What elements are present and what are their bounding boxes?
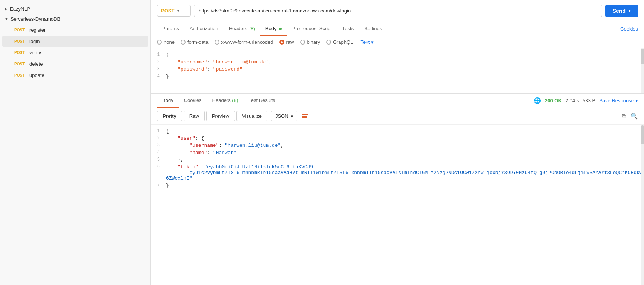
radio-formdata[interactable]: form-data xyxy=(181,39,209,45)
radio-graphql[interactable]: GraphQL xyxy=(326,39,353,45)
tab-body[interactable]: Body xyxy=(260,22,287,36)
tab-prerequest[interactable]: Pre-request Script xyxy=(287,22,337,36)
resp-line-5: 5 }, xyxy=(151,156,644,163)
scrollbar-thumb xyxy=(641,125,644,144)
format-btn-preview[interactable]: Preview xyxy=(206,111,235,121)
radio-label: x-www-form-urlencoded xyxy=(221,39,273,45)
response-tab-cookies[interactable]: Cookies xyxy=(179,94,207,108)
copy-icon[interactable]: ⧉ xyxy=(622,113,626,120)
radio-circle xyxy=(215,40,219,45)
resp-code: "user": { xyxy=(166,136,204,141)
send-button[interactable]: Send ▾ xyxy=(605,5,638,17)
tab-label: Headers xyxy=(212,97,231,103)
radio-binary[interactable]: binary xyxy=(300,39,320,45)
response-section: Body Cookies Headers (8) Test Results 🌐 … xyxy=(151,94,644,285)
tab-params[interactable]: Params xyxy=(157,22,184,36)
tab-headers[interactable]: Headers (8) xyxy=(224,22,260,36)
sidebar-item-register[interactable]: POST register xyxy=(2,25,148,35)
response-size: 583 B xyxy=(583,98,595,103)
search-icon[interactable]: 🔍 xyxy=(630,112,638,120)
resp-line-1: 1 { xyxy=(151,128,644,135)
sidebar-group-eazynlp[interactable]: ▶ EazyNLP xyxy=(0,4,150,14)
sidebar-item-label: delete xyxy=(29,61,43,67)
sidebar-item-verify[interactable]: POST verify xyxy=(2,47,148,58)
radio-label: form-data xyxy=(187,39,209,45)
globe-icon: 🌐 xyxy=(534,97,541,104)
tab-label: Tests xyxy=(342,26,354,31)
url-input[interactable] xyxy=(194,5,602,17)
scrollbar-track xyxy=(641,48,644,93)
json-type-selector[interactable]: JSON ▾ xyxy=(271,111,297,121)
method-badge-post: POST xyxy=(14,73,26,77)
tab-label: Body xyxy=(162,97,173,103)
tab-authorization[interactable]: Authorization xyxy=(184,22,224,36)
url-bar: POST ▾ Send ▾ xyxy=(151,0,644,22)
cookies-link[interactable]: Cookies xyxy=(620,22,638,35)
radio-label: raw xyxy=(286,39,294,45)
text-format-dropdown[interactable]: Text ▾ xyxy=(360,39,374,45)
tab-label: Settings xyxy=(364,26,382,31)
wrap-lines-button[interactable] xyxy=(301,113,309,119)
code-text: "password": "password" xyxy=(166,66,242,72)
line-number: 6 xyxy=(151,164,166,169)
response-tab-headers[interactable]: Headers (8) xyxy=(207,94,244,108)
radio-urlencoded[interactable]: x-www-form-urlencoded xyxy=(215,39,273,45)
tab-label: Headers xyxy=(229,26,247,31)
format-row: Pretty Raw Preview Visualize JSON ▾ ⧉ 🔍 xyxy=(151,108,644,125)
tab-tests[interactable]: Tests xyxy=(337,22,359,36)
sidebar-item-login[interactable]: POST login xyxy=(2,36,148,47)
sidebar-item-delete[interactable]: POST delete xyxy=(2,59,148,69)
radio-circle xyxy=(300,40,305,45)
save-response-arrow: ▾ xyxy=(635,98,638,103)
response-tab-test-results[interactable]: Test Results xyxy=(243,94,281,108)
code-line-2: 2 "username": "hanwen.liu@tum.de", xyxy=(151,59,644,66)
resp-line-4: 4 "name": "Hanwen" xyxy=(151,149,644,156)
sidebar-item-label: update xyxy=(29,72,44,78)
code-text: { xyxy=(166,52,169,58)
headers-badge: (8) xyxy=(248,26,255,31)
code-text: } xyxy=(166,74,169,79)
line-number: 3 xyxy=(151,143,166,148)
line-number: 7 xyxy=(151,183,166,188)
format-btn-pretty[interactable]: Pretty xyxy=(157,111,182,121)
scrollbar-thumb xyxy=(641,49,644,64)
chevron-down-icon: ▼ xyxy=(5,17,8,21)
json-dropdown-arrow: ▾ xyxy=(291,113,293,119)
resp-line-3: 3 "username": "hanwen.liu@tum.de", xyxy=(151,142,644,149)
headers-badge: (8) xyxy=(231,97,238,103)
line-number: 4 xyxy=(151,74,166,79)
radio-none[interactable]: none xyxy=(157,39,175,45)
sidebar-group-label: EazyNLP xyxy=(10,6,30,12)
resp-line-7: 7 } xyxy=(151,182,644,189)
response-tabs: Body Cookies Headers (8) Test Results 🌐 … xyxy=(151,94,644,108)
radio-circle xyxy=(157,40,162,45)
tab-settings[interactable]: Settings xyxy=(359,22,387,36)
sidebar: ▶ EazyNLP ▼ Serverless-DynamoDB POST reg… xyxy=(0,0,151,285)
save-response-button[interactable]: Save Response ▾ xyxy=(599,98,638,103)
body-dot xyxy=(279,28,282,30)
radio-raw[interactable]: raw xyxy=(279,39,294,45)
resp-code: "username": "hanwen.liu@tum.de", xyxy=(166,143,284,148)
sidebar-group-serverless[interactable]: ▼ Serverless-DynamoDB xyxy=(0,14,150,24)
text-format-arrow: ▾ xyxy=(371,39,374,45)
method-selector[interactable]: POST ▾ xyxy=(157,5,191,17)
chevron-right-icon: ▶ xyxy=(5,7,8,11)
format-btn-raw[interactable]: Raw xyxy=(184,111,205,121)
method-label: POST xyxy=(161,8,174,14)
radio-label: none xyxy=(164,39,175,45)
tab-label: Cookies xyxy=(184,97,202,103)
resp-code: "name": "Hanwen" xyxy=(166,150,236,156)
tab-label: Authorization xyxy=(190,26,218,31)
sidebar-group-label: Serverless-DynamoDB xyxy=(11,16,60,22)
sidebar-item-update[interactable]: POST update xyxy=(2,70,148,81)
code-text: "username": "hanwen.liu@tum.de", xyxy=(166,59,272,65)
request-body-editor[interactable]: 1 { 2 "username": "hanwen.liu@tum.de", 3… xyxy=(151,48,644,94)
code-line-1: 1 { xyxy=(151,51,644,59)
radio-label: GraphQL xyxy=(333,39,353,45)
tab-label: Pre-request Script xyxy=(292,26,332,31)
format-btn-visualize[interactable]: Visualize xyxy=(236,111,267,121)
tab-label: Body xyxy=(265,26,277,31)
resp-code: { xyxy=(166,128,169,134)
response-tab-body[interactable]: Body xyxy=(157,94,179,108)
method-badge-post: POST xyxy=(14,39,26,43)
